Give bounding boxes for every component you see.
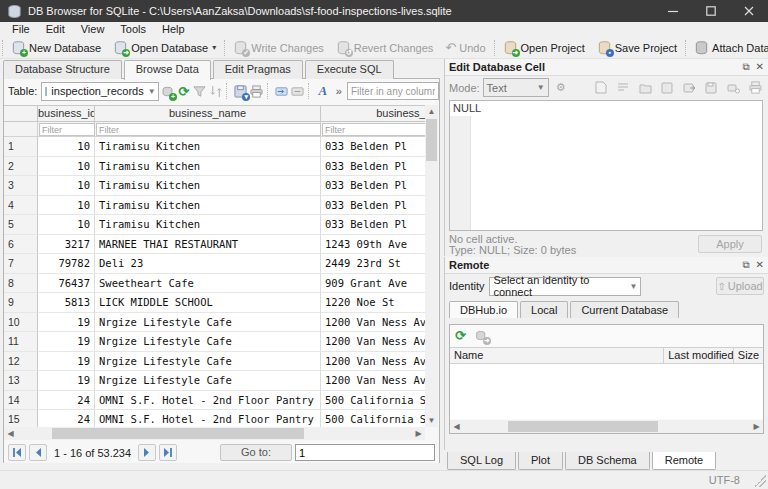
first-record-button[interactable] — [8, 444, 26, 461]
cell-business-name[interactable]: Nrgize Lifestyle Cafe — [95, 313, 321, 333]
cell-business-id[interactable]: 3217 — [38, 235, 95, 255]
tab-remote[interactable]: Remote — [652, 452, 717, 470]
cell-business-name[interactable]: Deli 23 — [95, 254, 321, 274]
attach-database-button[interactable]: Attach Database — [688, 38, 768, 57]
tab-local[interactable]: Local — [520, 301, 568, 318]
row-number[interactable]: 15 — [4, 410, 38, 427]
vertical-scrollbar[interactable]: ▲ ▼ — [425, 105, 438, 427]
cell-business-id[interactable]: 24 — [38, 391, 95, 411]
scroll-left-icon[interactable]: ◀ — [4, 427, 17, 440]
scroll-right-icon[interactable]: ▶ — [412, 427, 425, 440]
write-changes-button[interactable]: ✓ Write Changes — [227, 38, 330, 57]
cell-business-name[interactable]: Nrgize Lifestyle Cafe — [95, 371, 321, 391]
goto-button[interactable]: Go to: — [220, 444, 292, 461]
row-number[interactable]: 12 — [4, 352, 38, 372]
tab-sql-log[interactable]: SQL Log — [447, 452, 516, 470]
open-database-button[interactable]: ➜ Open Database ▾ — [107, 38, 222, 57]
tab-db-schema[interactable]: DB Schema — [565, 452, 650, 470]
export-cell-data-icon[interactable] — [680, 79, 698, 97]
row-number[interactable]: 14 — [4, 391, 38, 411]
cell-business-id[interactable]: 10 — [38, 137, 95, 157]
row-number[interactable]: 11 — [4, 332, 38, 352]
row-number[interactable]: 7 — [4, 254, 38, 274]
refresh-icon[interactable]: ⟳ — [176, 82, 192, 100]
mode-combo[interactable]: Text ▼ — [483, 78, 549, 97]
menu-edit[interactable]: Edit — [38, 22, 73, 37]
cell-business-name[interactable]: Tiramisu Kitchen — [95, 176, 321, 196]
float-dock-icon[interactable]: ⧉ — [742, 259, 749, 271]
cell-business-id[interactable]: 10 — [38, 196, 95, 216]
remote-horizontal-scrollbar[interactable]: ◀ ▶ — [450, 420, 763, 433]
cell-business-address[interactable]: 033 Belden Pl — [321, 157, 425, 177]
clear-filters-icon[interactable] — [192, 82, 208, 100]
cell-business-address[interactable]: 033 Belden Pl — [321, 137, 425, 157]
cell-editor[interactable]: NULL — [449, 100, 763, 231]
maximize-button[interactable] — [692, 0, 730, 22]
cell-business-name[interactable]: Tiramisu Kitchen — [95, 215, 321, 235]
previous-record-button[interactable] — [29, 444, 47, 461]
float-dock-icon[interactable]: ⧉ — [742, 61, 749, 73]
save-results-icon[interactable]: ▾ — [233, 82, 249, 100]
row-number[interactable]: 10 — [4, 313, 38, 333]
column-header-size[interactable]: Size — [734, 348, 763, 363]
cell-business-name[interactable]: Tiramisu Kitchen — [95, 137, 321, 157]
close-dock-icon[interactable]: ✕ — [756, 61, 764, 73]
cell-business-name[interactable]: LICK MIDDLE SCHOOL — [95, 293, 321, 313]
row-number[interactable]: 6 — [4, 235, 38, 255]
cell-business-address[interactable]: 1200 Van Ness Ave, — [321, 352, 425, 372]
tab-edit-pragmas[interactable]: Edit Pragmas — [213, 60, 303, 79]
cell-business-id[interactable]: 10 — [38, 176, 95, 196]
menu-help[interactable]: Help — [154, 22, 193, 37]
row-number[interactable]: 13 — [4, 371, 38, 391]
delete-values-icon[interactable] — [290, 82, 306, 100]
tab-plot[interactable]: Plot — [518, 452, 563, 470]
import-cell-data-icon[interactable] — [658, 79, 676, 97]
remote-scroll-thumb[interactable] — [508, 421, 658, 432]
column-header-business-address[interactable]: business_address — [321, 106, 425, 121]
toolbar-extension-icon[interactable]: » — [331, 82, 347, 100]
row-number[interactable]: 1 — [4, 137, 38, 157]
cell-business-id[interactable]: 10 — [38, 157, 95, 177]
cell-business-id[interactable]: 10 — [38, 215, 95, 235]
insert-record-icon[interactable]: + — [159, 82, 175, 100]
cell-business-id[interactable]: 19 — [38, 352, 95, 372]
refresh-remote-icon[interactable]: ⟳ — [455, 328, 466, 343]
tab-database-structure[interactable]: Database Structure — [3, 60, 122, 79]
cell-business-name[interactable]: MARNEE THAI RESTAURANT — [95, 235, 321, 255]
cell-business-id[interactable]: 79782 — [38, 254, 95, 274]
minimize-button[interactable] — [654, 0, 692, 22]
clone-database-icon[interactable]: ➜ — [474, 328, 489, 343]
cell-business-id[interactable]: 19 — [38, 371, 95, 391]
cell-business-address[interactable]: 500 California St, — [321, 391, 425, 411]
open-project-button[interactable]: ➜ Open Project — [497, 38, 591, 57]
cell-business-address[interactable]: 2449 23rd St — [321, 254, 425, 274]
tab-execute-sql[interactable]: Execute SQL — [305, 60, 394, 79]
set-null-icon[interactable] — [724, 79, 742, 97]
tab-browse-data[interactable]: Browse Data — [124, 60, 211, 80]
scroll-down-icon[interactable]: ▼ — [425, 414, 438, 427]
cell-business-name[interactable]: Nrgize Lifestyle Cafe — [95, 352, 321, 372]
next-record-button[interactable] — [138, 444, 156, 461]
conditional-formats-icon[interactable] — [208, 82, 224, 100]
cell-business-id[interactable]: 5813 — [38, 293, 95, 313]
filter-input-business-name[interactable] — [96, 123, 321, 136]
upload-button[interactable]: ⇧ Upload — [716, 277, 764, 295]
global-filter-input[interactable] — [347, 82, 439, 100]
menu-view[interactable]: View — [73, 22, 113, 37]
open-database-dropdown-icon[interactable]: ▾ — [212, 43, 216, 52]
cell-business-name[interactable]: Nrgize Lifestyle Cafe — [95, 332, 321, 352]
word-wrap-icon[interactable] — [614, 79, 632, 97]
close-button[interactable] — [730, 0, 768, 22]
menu-tools[interactable]: Tools — [112, 22, 154, 37]
cell-business-id[interactable]: 24 — [38, 410, 95, 427]
cell-business-address[interactable]: 1220 Noe St — [321, 293, 425, 313]
tab-current-database[interactable]: Current Database — [570, 301, 679, 318]
column-header-name[interactable]: Name — [450, 348, 664, 363]
cell-business-address[interactable]: 1200 Van Ness Ave, — [321, 332, 425, 352]
cell-business-name[interactable]: OMNI S.F. Hotel - 2nd Floor Pantry — [95, 410, 321, 427]
row-number[interactable]: 3 — [4, 176, 38, 196]
horizontal-scroll-thumb[interactable] — [52, 428, 304, 439]
cell-business-address[interactable]: 033 Belden Pl — [321, 176, 425, 196]
row-number[interactable]: 4 — [4, 196, 38, 216]
tab-dbhub-io[interactable]: DBHub.io — [449, 301, 518, 318]
